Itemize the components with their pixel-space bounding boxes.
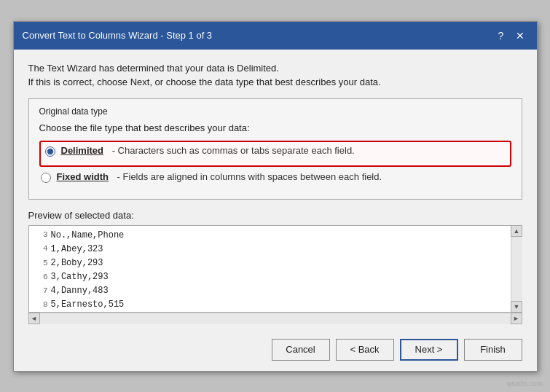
title-bar: Convert Text to Columns Wizard - Step 1 … xyxy=(14,22,537,50)
row-num: 4 xyxy=(34,243,48,256)
dialog-title: Convert Text to Columns Wizard - Step 1 … xyxy=(23,30,213,41)
preview-label: Preview of selected data: xyxy=(28,210,522,221)
row-content: 5,Earnesto,515 xyxy=(51,298,125,312)
finish-button[interactable]: Finish xyxy=(464,339,522,361)
radio-group-label: Choose the file type that best describes… xyxy=(39,122,511,133)
preview-box[interactable]: 3 No.,Name,Phone 4 1,Abey,323 5 2,Boby,2… xyxy=(28,225,522,313)
delimited-desc: - Characters such as commas or tabs sepa… xyxy=(109,145,355,156)
delimited-option[interactable]: Delimited - Characters such as commas or… xyxy=(45,145,506,157)
intro-line1: The Text Wizard has determined that your… xyxy=(28,61,522,76)
row-content: 4,Danny,483 xyxy=(51,284,109,298)
row-num: 8 xyxy=(34,299,48,312)
scroll-up-arrow[interactable]: ▲ xyxy=(511,225,522,237)
back-button[interactable]: < Back xyxy=(336,339,394,361)
fixed-width-radio[interactable] xyxy=(41,173,51,183)
next-button[interactable]: Next > xyxy=(400,339,458,361)
horizontal-scrollbar[interactable]: ◄ ► xyxy=(28,313,522,324)
vertical-scrollbar[interactable]: ▲ ▼ xyxy=(511,225,522,313)
fixed-width-option[interactable]: Fixed width - Fields are aligned in colu… xyxy=(41,171,511,183)
scroll-right-arrow[interactable]: ► xyxy=(511,313,522,324)
table-row: 3 No.,Name,Phone xyxy=(34,229,506,243)
delimited-label: Delimited xyxy=(61,145,104,156)
table-row: 7 4,Danny,483 xyxy=(34,284,506,298)
row-content: 2,Boby,293 xyxy=(51,256,103,270)
scroll-thumb-area xyxy=(511,237,522,301)
row-num: 7 xyxy=(34,285,48,298)
preview-container: 3 No.,Name,Phone 4 1,Abey,323 5 2,Boby,2… xyxy=(28,225,522,324)
dialog-body: The Text Wizard has determined that your… xyxy=(14,50,537,332)
scroll-left-arrow[interactable]: ◄ xyxy=(28,313,40,324)
row-num: 6 xyxy=(34,271,48,284)
row-content: 1,Abey,323 xyxy=(51,243,103,256)
help-button[interactable]: ? xyxy=(493,28,509,44)
intro-line2: If this is correct, choose Next, or choo… xyxy=(28,75,522,90)
close-button[interactable]: ✕ xyxy=(512,28,528,44)
row-num: 5 xyxy=(34,257,48,270)
intro-text: The Text Wizard has determined that your… xyxy=(28,61,522,90)
delimited-radio[interactable] xyxy=(45,146,55,157)
h-scroll-thumb-area xyxy=(40,313,511,324)
preview-scroll-area: 3 No.,Name,Phone 4 1,Abey,323 5 2,Boby,2… xyxy=(29,226,510,313)
cancel-button[interactable]: Cancel xyxy=(272,339,330,361)
delimited-option-highlighted: Delimited - Characters such as commas or… xyxy=(39,141,511,167)
wizard-dialog: Convert Text to Columns Wizard - Step 1 … xyxy=(13,21,538,372)
scroll-down-arrow[interactable]: ▼ xyxy=(511,301,522,313)
table-row: 5 2,Boby,293 xyxy=(34,256,506,270)
button-row: Cancel < Back Next > Finish xyxy=(14,332,537,371)
row-content: No.,Name,Phone xyxy=(51,229,125,243)
group-label: Original data type xyxy=(39,106,511,117)
title-bar-buttons: ? ✕ xyxy=(493,28,528,44)
fixed-width-desc: - Fields are aligned in columns with spa… xyxy=(114,171,382,182)
fixed-width-label: Fixed width xyxy=(57,171,109,182)
table-row: 8 5,Earnesto,515 xyxy=(34,298,506,312)
original-data-type-group: Original data type Choose the file type … xyxy=(28,98,522,200)
table-row: 4 1,Abey,323 xyxy=(34,243,506,256)
row-num: 3 xyxy=(34,229,48,242)
watermark: wsxdn.com xyxy=(506,380,543,388)
row-content: 3,Cathy,293 xyxy=(51,270,109,284)
table-row: 6 3,Cathy,293 xyxy=(34,270,506,284)
